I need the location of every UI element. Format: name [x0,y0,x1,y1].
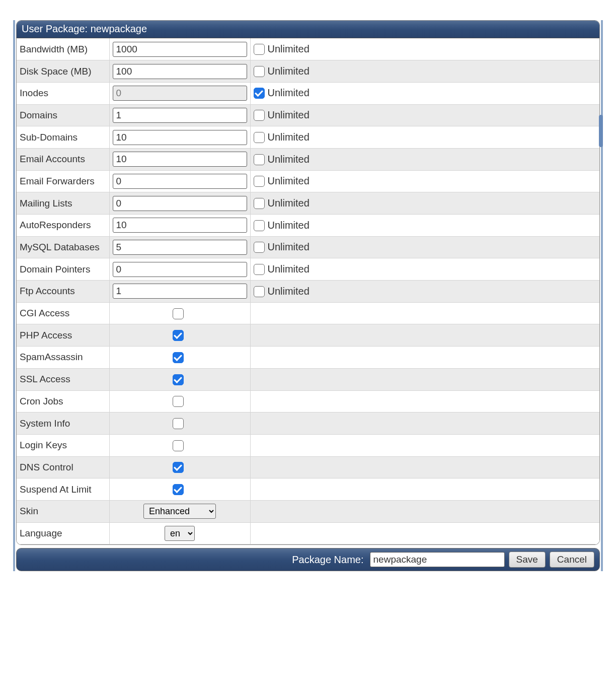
label-disk-space-mb: Disk Space (MB) [17,60,109,83]
input-email-accounts[interactable] [113,152,247,167]
label-dns-control: DNS Control [17,456,109,478]
save-button[interactable]: Save [509,552,546,568]
unlimited-checkbox-sub-domains[interactable] [254,132,265,143]
unlimited-label: Unlimited [268,220,310,231]
row-email-forwarders: Email ForwardersUnlimited [17,170,599,192]
label-bandwidth-mb: Bandwidth (MB) [17,38,109,60]
unlimited-checkbox-domains[interactable] [254,110,265,121]
unlimited-checkbox-ftp-accounts[interactable] [254,286,265,297]
panel-title: User Package: newpackage [17,21,599,38]
unlimited-label: Unlimited [268,263,310,275]
row-suspend-at-limit: Suspend At Limit [17,478,599,501]
select-skin[interactable]: Enhanced [143,504,216,519]
scrollbar-thumb[interactable] [599,115,603,147]
row-cron-jobs: Cron Jobs [17,390,599,413]
row-ftp-accounts: Ftp AccountsUnlimited [17,281,599,303]
row-mysql-databases: MySQL DatabasesUnlimited [17,236,599,258]
checkbox-cron-jobs[interactable] [173,396,184,407]
input-autoresponders[interactable] [113,218,247,233]
label-inodes: Inodes [17,82,109,104]
input-mysql-databases[interactable] [113,240,247,255]
cancel-button[interactable]: Cancel [550,552,594,568]
row-domain-pointers: Domain PointersUnlimited [17,258,599,281]
label-system-info: System Info [17,413,109,435]
checkbox-login-keys[interactable] [173,440,184,451]
footer-bar: Package Name: Save Cancel [16,548,600,571]
row-mailing-lists: Mailing ListsUnlimited [17,192,599,215]
checkbox-system-info[interactable] [173,418,184,429]
label-php-access: PHP Access [17,324,109,347]
input-email-forwarders[interactable] [113,174,247,189]
checkbox-suspend-at-limit[interactable] [173,484,184,495]
unlimited-label: Unlimited [268,242,310,253]
label-mailing-lists: Mailing Lists [17,192,109,215]
checkbox-dns-control[interactable] [173,462,184,473]
label-spamassassin: SpamAssassin [17,347,109,369]
row-inodes: InodesUnlimited [17,82,599,104]
unlimited-checkbox-email-accounts[interactable] [254,154,265,165]
unlimited-label: Unlimited [268,88,310,99]
row-skin: SkinEnhanced [17,500,599,522]
unlimited-label: Unlimited [268,286,310,297]
label-mysql-databases: MySQL Databases [17,236,109,258]
package-name-input[interactable] [370,552,505,567]
input-ftp-accounts[interactable] [113,284,247,299]
input-domain-pointers[interactable] [113,262,247,277]
row-email-accounts: Email AccountsUnlimited [17,148,599,170]
input-disk-space-mb[interactable] [113,64,247,79]
label-domains: Domains [17,104,109,126]
package-name-label: Package Name: [292,554,363,566]
unlimited-label: Unlimited [268,110,310,121]
unlimited-label: Unlimited [268,154,310,165]
input-mailing-lists[interactable] [113,196,247,211]
checkbox-cgi-access[interactable] [173,308,184,319]
settings-table: Bandwidth (MB)UnlimitedDisk Space (MB)Un… [17,38,599,544]
unlimited-checkbox-domain-pointers[interactable] [254,264,265,275]
label-suspend-at-limit: Suspend At Limit [17,478,109,501]
label-login-keys: Login Keys [17,434,109,456]
unlimited-label: Unlimited [268,176,310,187]
unlimited-checkbox-inodes[interactable] [254,88,265,99]
row-disk-space-mb: Disk Space (MB)Unlimited [17,60,599,83]
row-bandwidth-mb: Bandwidth (MB)Unlimited [17,38,599,60]
row-login-keys: Login Keys [17,434,599,456]
label-sub-domains: Sub-Domains [17,126,109,149]
unlimited-label: Unlimited [268,131,310,143]
label-ssl-access: SSL Access [17,368,109,390]
user-package-panel: User Package: newpackage Bandwidth (MB)U… [16,20,600,545]
row-php-access: PHP Access [17,324,599,347]
row-autoresponders: AutoRespondersUnlimited [17,215,599,237]
row-domains: DomainsUnlimited [17,104,599,126]
unlimited-label: Unlimited [268,197,310,209]
row-language: Languageen [17,522,599,544]
label-email-forwarders: Email Forwarders [17,170,109,192]
checkbox-spamassassin[interactable] [173,352,184,363]
unlimited-checkbox-mysql-databases[interactable] [254,242,265,253]
label-domain-pointers: Domain Pointers [17,258,109,281]
select-language[interactable]: en [165,526,195,541]
input-domains[interactable] [113,108,247,123]
row-dns-control: DNS Control [17,456,599,478]
row-sub-domains: Sub-DomainsUnlimited [17,126,599,149]
unlimited-checkbox-bandwidth-mb[interactable] [254,44,265,55]
checkbox-ssl-access[interactable] [173,374,184,385]
input-inodes [113,86,247,101]
label-language: Language [17,522,109,544]
unlimited-label: Unlimited [268,65,310,77]
label-ftp-accounts: Ftp Accounts [17,281,109,303]
unlimited-checkbox-disk-space-mb[interactable] [254,66,265,77]
row-ssl-access: SSL Access [17,368,599,390]
label-autoresponders: AutoResponders [17,215,109,237]
label-cgi-access: CGI Access [17,302,109,324]
unlimited-label: Unlimited [268,43,310,54]
label-skin: Skin [17,500,109,522]
unlimited-checkbox-autoresponders[interactable] [254,220,265,231]
label-email-accounts: Email Accounts [17,148,109,170]
label-cron-jobs: Cron Jobs [17,390,109,413]
unlimited-checkbox-mailing-lists[interactable] [254,198,265,209]
checkbox-php-access[interactable] [173,330,184,341]
input-sub-domains[interactable] [113,130,247,145]
row-cgi-access: CGI Access [17,302,599,324]
input-bandwidth-mb[interactable] [113,42,247,57]
unlimited-checkbox-email-forwarders[interactable] [254,176,265,187]
